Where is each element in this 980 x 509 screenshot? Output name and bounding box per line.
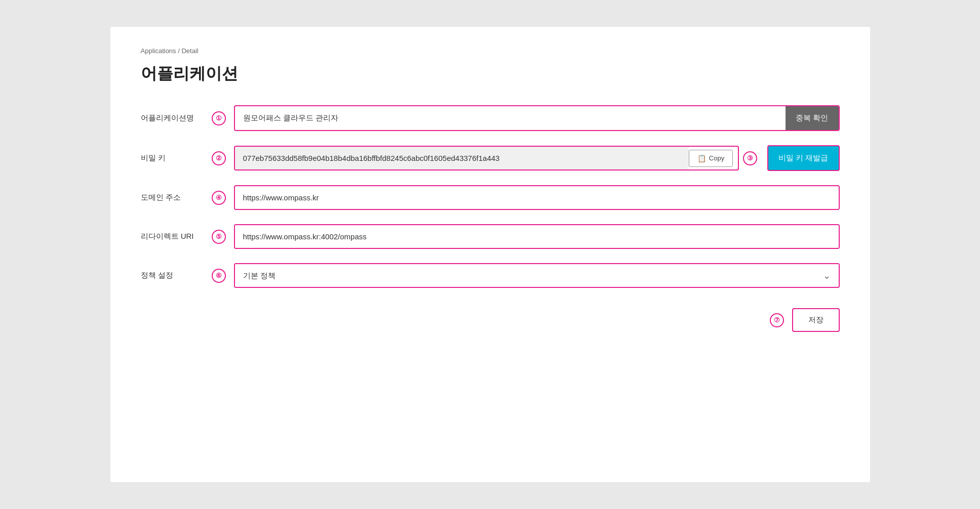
- app-name-input[interactable]: [235, 107, 786, 130]
- domain-row: 도메인 주소 ④: [141, 185, 840, 210]
- redirect-uri-field-wrapper: [234, 224, 840, 249]
- step-5-circle: ⑤: [212, 230, 226, 244]
- policy-select[interactable]: 기본 정책 정책 1 정책 2: [235, 264, 839, 287]
- app-name-field-wrapper: 중복 확인: [234, 105, 840, 131]
- secret-key-input: [235, 147, 689, 169]
- form-container: 어플리케이션명 ① 중복 확인 비밀 키 ② 📋 Copy ③ 비밀 키 재발급: [141, 105, 840, 288]
- domain-input[interactable]: [235, 186, 839, 209]
- copy-button[interactable]: 📋 Copy: [689, 150, 733, 167]
- policy-label: 정책 설정: [141, 271, 212, 280]
- secret-key-label: 비밀 키: [141, 153, 212, 163]
- step-2-circle: ②: [212, 151, 226, 165]
- step-4-circle: ④: [212, 191, 226, 205]
- secret-key-field-wrapper: 📋 Copy: [234, 146, 739, 171]
- page-container: Applications / Detail 어플리케이션 어플리케이션명 ① 중…: [110, 27, 870, 482]
- copy-icon: 📋: [697, 154, 706, 162]
- breadcrumb: Applications / Detail: [141, 47, 840, 55]
- save-button[interactable]: 저장: [792, 308, 840, 332]
- app-name-label: 어플리케이션명: [141, 113, 212, 123]
- save-btn-wrapper: ⑦ 저장: [141, 308, 840, 332]
- reissue-key-button[interactable]: 비밀 키 재발급: [767, 145, 839, 171]
- redirect-uri-input[interactable]: [235, 225, 839, 248]
- redirect-uri-row: 리다이렉트 URI ⑤: [141, 224, 840, 249]
- domain-label: 도메인 주소: [141, 193, 212, 202]
- policy-row: 정책 설정 ⑥ 기본 정책 정책 1 정책 2 ⌄: [141, 263, 840, 288]
- step-3-circle: ③: [743, 151, 757, 165]
- app-name-row: 어플리케이션명 ① 중복 확인: [141, 105, 840, 131]
- step-7-circle: ⑦: [770, 313, 784, 327]
- step-1-circle: ①: [212, 111, 226, 125]
- duplicate-check-button[interactable]: 중복 확인: [786, 106, 838, 130]
- step-6-circle: ⑥: [212, 269, 226, 283]
- page-title: 어플리케이션: [141, 63, 840, 85]
- secret-key-row: 비밀 키 ② 📋 Copy ③ 비밀 키 재발급: [141, 145, 840, 171]
- domain-field-wrapper: [234, 185, 840, 210]
- policy-field-wrapper: 기본 정책 정책 1 정책 2 ⌄: [234, 263, 840, 288]
- copy-label: Copy: [709, 154, 724, 162]
- redirect-uri-label: 리다이렉트 URI: [141, 232, 212, 241]
